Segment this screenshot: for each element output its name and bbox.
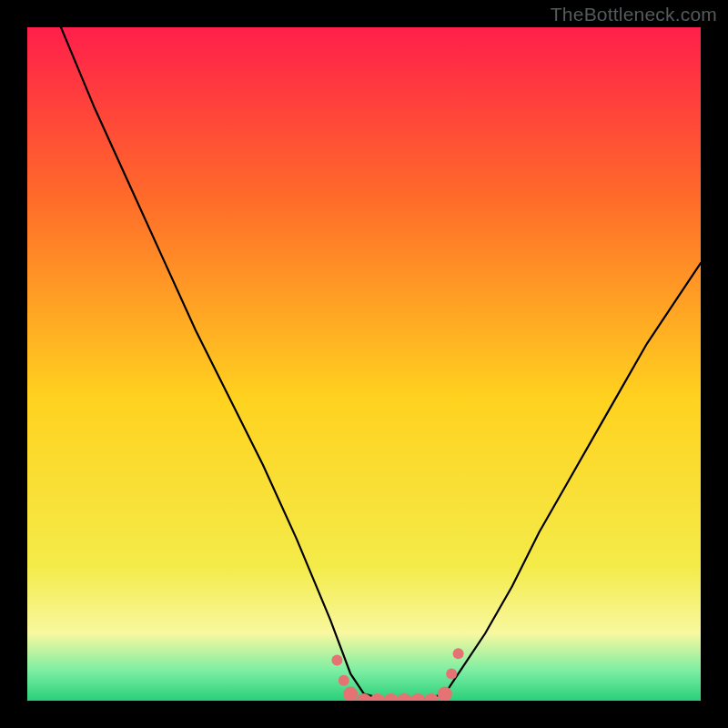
chart-stage: TheBottleneck.com [0, 0, 728, 728]
gradient-background [27, 27, 701, 701]
optimal-marker [438, 687, 452, 701]
optimal-marker [339, 675, 349, 686]
bottleneck-chart [27, 27, 701, 701]
optimal-marker [453, 648, 464, 659]
optimal-marker [446, 668, 457, 679]
optimal-marker [343, 687, 358, 701]
optimal-marker [331, 655, 342, 666]
watermark-label: TheBottleneck.com [551, 4, 717, 25]
